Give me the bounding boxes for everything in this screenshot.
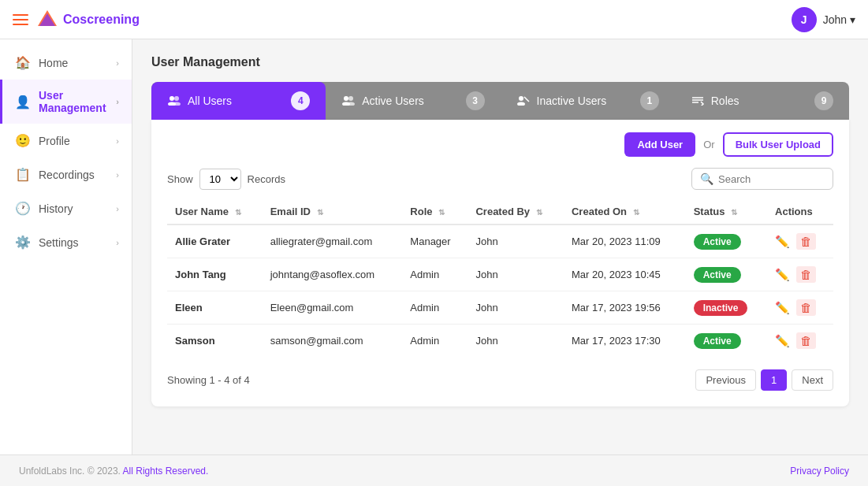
col-role[interactable]: Role ⇅ — [402, 199, 468, 224]
tab-roles-label: Roles — [711, 95, 739, 107]
tab-inactive-users-count: 1 — [640, 91, 659, 110]
cell-actions: ✏️ 🗑 — [767, 258, 833, 291]
bulk-upload-button[interactable]: Bulk User Upload — [723, 132, 833, 157]
svg-point-3 — [174, 96, 179, 101]
edit-icon[interactable]: ✏️ — [775, 235, 790, 249]
svg-point-7 — [348, 96, 353, 101]
tab-inactive-users[interactable]: Inactive Users 1 — [501, 82, 675, 120]
tab-active-users[interactable]: Active Users 3 — [326, 82, 500, 120]
chevron-right-icon-3: › — [116, 136, 119, 146]
col-actions: Actions — [767, 199, 833, 224]
sidebar-item-settings[interactable]: ⚙️ Settings › — [0, 225, 132, 259]
sort-icon-email: ⇅ — [317, 208, 323, 217]
page-1-button[interactable]: 1 — [761, 369, 787, 391]
tab-active-users-label: Active Users — [362, 95, 424, 107]
sidebar-item-home[interactable]: 🏠 Home › — [0, 46, 132, 80]
table-row: Samson samson@gmail.com Admin John Mar 1… — [167, 325, 833, 358]
sidebar-label-profile: Profile — [39, 135, 70, 147]
pagination: Previous 1 Next — [695, 369, 833, 391]
col-created-on[interactable]: Created On ⇅ — [564, 199, 686, 224]
table-row: Eleen Eleen@gmail.com Admin John Mar 17,… — [167, 291, 833, 325]
records-label: Records — [248, 173, 285, 185]
cell-username: Eleen — [167, 291, 263, 325]
chevron-right-icon-4: › — [116, 170, 119, 180]
privacy-policy-link[interactable]: Privacy Policy — [790, 466, 849, 477]
tab-all-users-count: 4 — [291, 91, 310, 110]
chevron-right-icon-6: › — [116, 238, 119, 247]
add-user-button[interactable]: Add User — [624, 132, 695, 157]
svg-point-10 — [519, 96, 523, 101]
cell-role: Admin — [402, 325, 468, 358]
chevron-right-icon-5: › — [116, 204, 119, 213]
home-icon: 🏠 — [15, 55, 31, 70]
sidebar-item-profile[interactable]: 🙂 Profile › — [0, 124, 132, 158]
cell-email: samson@gmail.com — [263, 325, 403, 358]
recordings-icon: 📋 — [15, 167, 31, 182]
sidebar-item-history[interactable]: 🕐 History › — [0, 191, 132, 225]
tab-roles[interactable]: Roles 9 — [675, 82, 849, 120]
cell-actions: ✏️ 🗑 — [767, 291, 833, 325]
table-row: John Tang johntang@asoflex.com Admin Joh… — [167, 258, 833, 291]
sidebar-label-recordings: Recordings — [39, 169, 95, 181]
cell-email: Eleen@gmail.com — [263, 291, 403, 325]
history-icon: 🕐 — [15, 201, 31, 216]
settings-icon: ⚙️ — [15, 235, 31, 250]
col-email[interactable]: Email ID ⇅ — [263, 199, 403, 224]
cell-actions: ✏️ 🗑 — [767, 224, 833, 258]
sidebar-label-history: History — [39, 202, 73, 215]
sidebar-item-user-management[interactable]: 👤 User Management › — [0, 80, 132, 124]
sort-icon-username: ⇅ — [235, 208, 241, 217]
next-page-button[interactable]: Next — [792, 369, 833, 391]
tab-inactive-users-label: Inactive Users — [537, 95, 607, 107]
sort-icon-status: ⇅ — [731, 208, 737, 217]
col-created-by[interactable]: Created By ⇅ — [468, 199, 564, 224]
pagination-wrap: Showing 1 - 4 of 4 Previous 1 Next — [167, 369, 833, 391]
footer-text: UnfoldLabs Inc. © 2023. All Rights Reser… — [19, 466, 208, 477]
all-users-icon — [167, 95, 181, 108]
cell-created-by: John — [468, 258, 564, 291]
tab-roles-count: 9 — [814, 91, 833, 110]
sidebar: 🏠 Home › 👤 User Management › 🙂 Profile ›… — [0, 39, 132, 454]
search-input[interactable] — [718, 173, 825, 185]
user-name[interactable]: John ▾ — [823, 13, 855, 26]
users-table: User Name ⇅ Email ID ⇅ Role ⇅ Created — [167, 199, 833, 357]
cell-created-by: John — [468, 325, 564, 358]
table-row: Allie Grater alliegrater@gmail.com Manag… — [167, 224, 833, 258]
main-content: User Management All Users 4 Active — [132, 39, 868, 454]
sort-icon-role: ⇅ — [438, 208, 445, 217]
previous-page-button[interactable]: Previous — [695, 369, 756, 391]
delete-icon[interactable]: 🗑 — [796, 332, 816, 349]
toolbar-top: Add User Or Bulk User Upload — [167, 132, 833, 157]
app-logo[interactable]: Coscreening — [36, 9, 140, 31]
cell-status: Active — [686, 325, 767, 358]
delete-icon[interactable]: 🗑 — [796, 266, 816, 283]
search-wrap: 🔍 — [691, 168, 833, 190]
cell-created-on: Mar 20, 2023 10:45 — [564, 258, 686, 291]
edit-icon[interactable]: ✏️ — [775, 268, 790, 282]
logo-icon — [36, 9, 58, 31]
show-label: Show — [167, 173, 193, 185]
top-navbar: Coscreening J John ▾ — [0, 0, 868, 39]
roles-icon — [691, 95, 705, 108]
col-status[interactable]: Status ⇅ — [686, 199, 767, 224]
sidebar-item-recordings[interactable]: 📋 Recordings › — [0, 158, 132, 191]
records-per-page-select[interactable]: 10 25 50 — [199, 169, 241, 190]
tab-all-users[interactable]: All Users 4 — [151, 82, 326, 120]
sidebar-label-user-management: User Management — [39, 89, 116, 114]
chevron-right-icon: › — [116, 58, 119, 68]
topnav-right: J John ▾ — [792, 7, 855, 32]
app-body: 🏠 Home › 👤 User Management › 🙂 Profile ›… — [0, 39, 868, 454]
cell-username: John Tang — [167, 258, 263, 291]
edit-icon[interactable]: ✏️ — [775, 334, 790, 348]
svg-point-6 — [344, 96, 348, 101]
edit-icon[interactable]: ✏️ — [775, 301, 790, 315]
svg-point-12 — [517, 102, 525, 106]
delete-icon[interactable]: 🗑 — [796, 299, 816, 316]
user-dropdown-icon: ▾ — [850, 13, 855, 26]
showing-text: Showing 1 - 4 of 4 — [167, 374, 250, 386]
cell-username: Samson — [167, 325, 263, 358]
cell-status: Active — [686, 258, 767, 291]
hamburger-menu[interactable] — [13, 14, 28, 25]
col-username[interactable]: User Name ⇅ — [167, 199, 263, 224]
delete-icon[interactable]: 🗑 — [796, 233, 816, 250]
